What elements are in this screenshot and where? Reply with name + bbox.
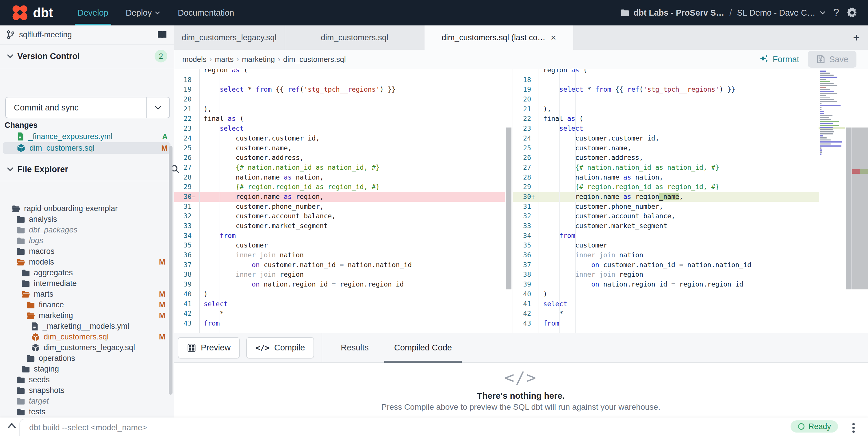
changed-file-_finance_exposures.yml[interactable]: _finance_exposures.ymlA bbox=[3, 131, 170, 142]
gutter-pad bbox=[531, 94, 538, 105]
tree-item-intermediate[interactable]: intermediate bbox=[0, 278, 169, 289]
tab-label: dim_customers.sql bbox=[321, 33, 388, 42]
tree-item-marts[interactable]: martsM bbox=[0, 289, 169, 299]
tree-item-seeds[interactable]: seeds bbox=[0, 374, 169, 385]
tree-item-models[interactable]: modelsM bbox=[0, 257, 169, 267]
breadcrumb-item-dim_customers.sql[interactable]: dim_customers.sql bbox=[283, 55, 346, 64]
line-gutter: 24 bbox=[174, 134, 199, 143]
tree-item-snapshots[interactable]: snapshots bbox=[0, 385, 169, 396]
new-tab-button[interactable]: + bbox=[845, 25, 868, 50]
tab-dim-customers-sql-last-co-[interactable]: dim_customers.sql (last co…× bbox=[425, 25, 573, 50]
code-text: from bbox=[199, 319, 220, 328]
branch-name: sqlfluff-meeting bbox=[19, 30, 157, 39]
expand-panel-button[interactable] bbox=[7, 422, 17, 429]
tree-item-aggregates[interactable]: aggregates bbox=[0, 267, 169, 278]
bottom-tab-results[interactable]: Results bbox=[328, 333, 381, 362]
tree-item-marketing[interactable]: marketingM bbox=[0, 310, 169, 321]
line-number: 24 bbox=[523, 134, 531, 143]
code-text: customer.phone_number, bbox=[538, 202, 663, 212]
settings-gear-button[interactable] bbox=[847, 7, 858, 18]
nav-item-deploy[interactable]: Deploy bbox=[118, 0, 168, 25]
minimap-line bbox=[820, 95, 826, 96]
chevron-down-icon bbox=[155, 11, 160, 15]
tree-item-_marketing__models.yml[interactable]: _marketing__models.yml bbox=[0, 321, 169, 331]
breadcrumb-item-marketing[interactable]: marketing bbox=[242, 55, 275, 64]
compile-button[interactable]: </> Compile bbox=[246, 337, 314, 358]
code-text bbox=[538, 94, 543, 105]
tree-item-target[interactable]: target bbox=[0, 396, 169, 407]
tree-item-logs[interactable]: logs bbox=[0, 235, 169, 246]
sidebar-scrollbar[interactable] bbox=[169, 146, 173, 395]
code-text: final as ( bbox=[199, 114, 244, 124]
changes-count-badge: 2 bbox=[155, 50, 167, 62]
breadcrumb-item-models[interactable]: models bbox=[182, 55, 207, 64]
help-button[interactable]: ? bbox=[833, 7, 839, 19]
diff-overview-ruler[interactable] bbox=[852, 69, 868, 333]
minimap[interactable] bbox=[818, 69, 845, 333]
line-gutter: 19 bbox=[174, 85, 199, 94]
changed-file-dim_customers.sql[interactable]: dim_customers.sqlM bbox=[3, 142, 170, 154]
code-text: select * from {{ ref('stg_tpch__regions'… bbox=[538, 85, 735, 94]
account-project-separator: / bbox=[728, 8, 733, 18]
folder-open-icon bbox=[26, 312, 35, 320]
code-text: inner join region bbox=[199, 270, 304, 280]
command-input[interactable] bbox=[29, 421, 665, 434]
version-control-header[interactable]: Version Control 2 bbox=[0, 45, 174, 68]
code-text: select * from {{ ref('stg_tpch__regions'… bbox=[199, 85, 396, 94]
code-line-42: 42 * bbox=[174, 309, 505, 319]
status-badge[interactable]: Ready bbox=[790, 420, 838, 433]
close-tab-icon[interactable]: × bbox=[551, 33, 556, 42]
preview-button[interactable]: Preview bbox=[178, 337, 240, 358]
tree-item-dbt_packages[interactable]: dbt_packages bbox=[0, 225, 169, 235]
folder-icon bbox=[17, 386, 25, 395]
diff-pane-modified[interactable]: region as (1819 select * from {{ ref('st… bbox=[513, 69, 819, 333]
kebab-menu-button[interactable] bbox=[852, 422, 855, 434]
minimap-line bbox=[820, 133, 833, 135]
code-line-25: 25 customer.name, bbox=[174, 143, 505, 153]
tab-dim-customers-legacy-sql[interactable]: dim_customers_legacy.sql bbox=[174, 25, 285, 50]
tree-item-macros[interactable]: macros bbox=[0, 246, 169, 257]
line-number: 25 bbox=[184, 143, 192, 153]
save-button[interactable]: Save bbox=[808, 51, 857, 68]
commit-and-sync-button[interactable]: Commit and sync bbox=[5, 97, 170, 118]
gutter-pad bbox=[531, 75, 538, 85]
project-switcher[interactable]: dbt Labs - ProServ S… / SL Demo - Dave C… bbox=[621, 8, 826, 18]
tree-item-operations[interactable]: operations bbox=[0, 353, 169, 364]
branch-selector[interactable]: sqlfluff-meeting bbox=[0, 25, 174, 45]
tree-item-finance[interactable]: financeM bbox=[0, 299, 169, 310]
code-text: {# nation.nation_id as nation_id, #} bbox=[199, 163, 380, 173]
gutter-pad bbox=[531, 153, 538, 163]
tree-item-label: operations bbox=[39, 354, 169, 363]
sparkles-icon bbox=[760, 54, 769, 64]
tree-item-dim_customers.sql[interactable]: dim_customers.sqlM bbox=[0, 331, 169, 342]
file-explorer-header[interactable]: File Explorer bbox=[0, 157, 186, 181]
commit-options-dropdown[interactable] bbox=[146, 97, 169, 118]
line-number: 34 bbox=[523, 231, 531, 241]
breadcrumb-item-marts[interactable]: marts bbox=[215, 55, 234, 64]
code-line-20: 20 bbox=[174, 94, 505, 105]
bottom-tab-compiled-code[interactable]: Compiled Code bbox=[381, 333, 465, 362]
code-line-32: 32 customer.account_balance, bbox=[174, 211, 505, 221]
code-text: customer.market_segment bbox=[199, 221, 328, 231]
tree-item-analysis[interactable]: analysis bbox=[0, 214, 169, 225]
right-pane-scrollbar[interactable] bbox=[845, 69, 852, 333]
tree-item-label: target bbox=[29, 397, 169, 406]
tree-item-tests[interactable]: tests bbox=[0, 407, 169, 417]
overview-deletion-marker bbox=[852, 169, 860, 174]
dbt-logo[interactable]: dbt bbox=[11, 4, 53, 22]
left-pane-scrollbar[interactable] bbox=[505, 69, 512, 333]
tree-item-dim_customers_legacy.sql[interactable]: dim_customers_legacy.sql bbox=[0, 342, 169, 353]
model-icon bbox=[17, 144, 25, 152]
docs-book-icon[interactable] bbox=[157, 30, 167, 39]
tree-item-rapid-onboarding-exemplar[interactable]: rapid-onboarding-exemplar bbox=[0, 203, 169, 214]
folder-icon bbox=[17, 376, 25, 384]
line-number: 29 bbox=[184, 182, 192, 192]
nav-item-documentation[interactable]: Documentation bbox=[170, 0, 242, 25]
tab-dim-customers-sql[interactable]: dim_customers.sql bbox=[285, 25, 425, 50]
nav-item-develop[interactable]: Develop bbox=[70, 0, 116, 25]
gutter-pad bbox=[192, 240, 199, 251]
format-button[interactable]: Format bbox=[760, 54, 799, 64]
tree-item-staging[interactable]: staging bbox=[0, 364, 169, 374]
diff-pane-original[interactable]: region as (1819 select * from {{ ref('st… bbox=[174, 69, 505, 333]
diff-sign: − bbox=[192, 192, 199, 202]
